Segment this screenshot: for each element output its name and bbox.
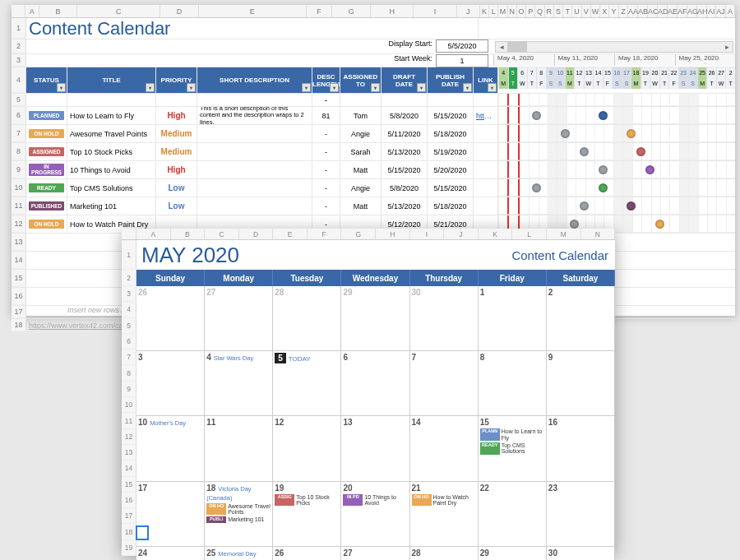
gantt-cell[interactable] [679, 197, 688, 215]
col-header[interactable]: P [526, 5, 535, 17]
row-header[interactable]: 1 [12, 18, 26, 39]
gantt-cell[interactable] [716, 143, 725, 160]
gantt-cell[interactable] [576, 125, 585, 142]
table-row[interactable]: 11PUBLISHEDMarketing 101Low-Matt5/13/202… [12, 197, 735, 215]
gantt-cell[interactable] [698, 107, 707, 124]
gantt-cell[interactable] [660, 161, 669, 178]
col-header[interactable]: C [205, 229, 239, 239]
day-cell[interactable]: 23 [547, 482, 615, 547]
gantt-cell[interactable] [594, 94, 604, 106]
col-header[interactable]: W [591, 5, 600, 17]
gantt-cell[interactable] [651, 143, 660, 160]
day-cell[interactable]: 16 [547, 416, 615, 481]
gantt-cell[interactable] [613, 94, 622, 106]
gantt-cell[interactable] [716, 107, 725, 124]
title-cell[interactable]: How to Learn to Fly [67, 107, 156, 124]
gantt-cell[interactable] [698, 94, 707, 106]
gantt-cell[interactable] [660, 179, 669, 197]
gantt-cell[interactable] [698, 179, 707, 197]
filter-icon[interactable]: ▾ [417, 83, 426, 92]
gantt-cell[interactable] [594, 197, 604, 215]
gantt-cell[interactable] [576, 179, 585, 197]
desc-cell[interactable] [197, 179, 312, 197]
row-header[interactable]: 16 [122, 493, 136, 508]
col-header[interactable]: R [545, 5, 554, 17]
day-cell[interactable]: 3 [136, 351, 205, 416]
day-cell[interactable]: 15PLANNHow to Learn to FlyREADYTop CMS S… [479, 416, 547, 481]
gantt-cell[interactable] [660, 107, 669, 124]
gantt-cell[interactable] [679, 107, 688, 124]
gantt-cell[interactable] [669, 94, 678, 106]
gantt-cell[interactable] [716, 179, 725, 197]
col-header[interactable]: Z [619, 5, 628, 17]
filter-icon[interactable]: ▾ [187, 83, 196, 92]
gantt-cell[interactable] [632, 94, 641, 106]
col-header[interactable]: J [457, 5, 480, 17]
col-header[interactable]: G [332, 5, 371, 17]
gantt-cell[interactable] [669, 179, 678, 197]
gantt-cell[interactable] [641, 107, 650, 124]
gantt-cell[interactable] [557, 161, 566, 178]
row-header[interactable]: 5 [122, 318, 136, 334]
calendar-grid[interactable]: 26272829301234Star Wars Day5TODAY678910M… [136, 286, 615, 560]
gantt-cell[interactable] [567, 94, 576, 106]
gantt-cell[interactable] [716, 94, 725, 106]
title-cell[interactable]: Marketing 101 [67, 197, 156, 215]
gantt-cell[interactable] [520, 197, 529, 215]
gantt-cell[interactable] [698, 161, 707, 178]
th-title[interactable]: TITLE▾ [67, 67, 156, 93]
col-header[interactable]: J [444, 229, 479, 239]
gantt-cell[interactable] [698, 215, 707, 233]
row-header[interactable]: 3 [122, 286, 136, 302]
row-header[interactable]: 6 [122, 334, 136, 349]
gantt-cell[interactable] [507, 125, 519, 142]
title-cell[interactable]: Top 10 Stock Picks [67, 143, 156, 160]
day-cell[interactable]: 24 [136, 547, 205, 560]
calendar-event[interactable]: ASSIGTop 10 Stock Picks [275, 494, 339, 507]
col-header[interactable]: AH [697, 5, 707, 17]
row-header[interactable]: 15 [122, 477, 136, 493]
day-cell[interactable]: 6 [341, 351, 409, 416]
day-cell[interactable]: 9 [547, 351, 615, 416]
col-header[interactable]: D [160, 5, 199, 17]
gantt-cell[interactable] [613, 161, 622, 178]
day-cell[interactable]: 22 [479, 482, 547, 547]
calendar-event[interactable]: PLANNHow to Learn to Fly [480, 428, 544, 441]
gantt-cell[interactable] [726, 94, 735, 106]
gantt-cell[interactable] [539, 197, 548, 215]
gantt-cell[interactable] [613, 143, 622, 160]
gantt-cell[interactable] [585, 107, 594, 124]
display-start-input[interactable]: 5/5/2020 [436, 39, 488, 53]
table-row[interactable]: 8ASSIGNEDTop 10 Stock PicksMedium-Sarah5… [12, 143, 735, 161]
col-header[interactable]: E [199, 5, 307, 17]
scroll-right-icon[interactable]: ▸ [721, 42, 733, 52]
title-cell[interactable]: 10 Things to Avoid [67, 161, 156, 178]
col-header[interactable]: D [239, 229, 274, 239]
gantt-cell[interactable] [498, 197, 507, 215]
th-status[interactable]: STATUS▾ [26, 67, 67, 93]
row-header[interactable]: 19 [122, 540, 136, 556]
col-header[interactable]: U [572, 5, 581, 17]
gantt-cell[interactable] [669, 215, 678, 233]
day-cell[interactable]: 26 [136, 286, 205, 351]
gantt-cell[interactable] [576, 107, 585, 124]
col-header[interactable]: B [39, 5, 78, 17]
gantt-cell[interactable] [529, 94, 538, 106]
gantt-cell[interactable] [557, 94, 566, 106]
gantt-cell[interactable] [707, 125, 716, 142]
gantt-cell[interactable] [498, 143, 507, 160]
row-header[interactable]: 15 [12, 270, 26, 287]
gantt-cell[interactable] [557, 143, 566, 160]
day-cell[interactable]: 29 [341, 286, 409, 351]
row-header[interactable]: 10 [122, 397, 136, 413]
gantt-cell[interactable] [707, 143, 716, 160]
day-cell[interactable]: 12 [273, 416, 341, 481]
col-header[interactable]: X [600, 5, 609, 17]
row-header[interactable]: 4 [122, 302, 136, 317]
day-cell[interactable]: 19ASSIGTop 10 Stock Picks [273, 482, 341, 547]
day-cell[interactable]: 28 [273, 286, 341, 351]
col-header[interactable]: G [341, 229, 376, 239]
gantt-cell[interactable] [557, 197, 566, 215]
col-header[interactable]: H [371, 5, 414, 17]
col-header[interactable]: M [498, 5, 507, 17]
